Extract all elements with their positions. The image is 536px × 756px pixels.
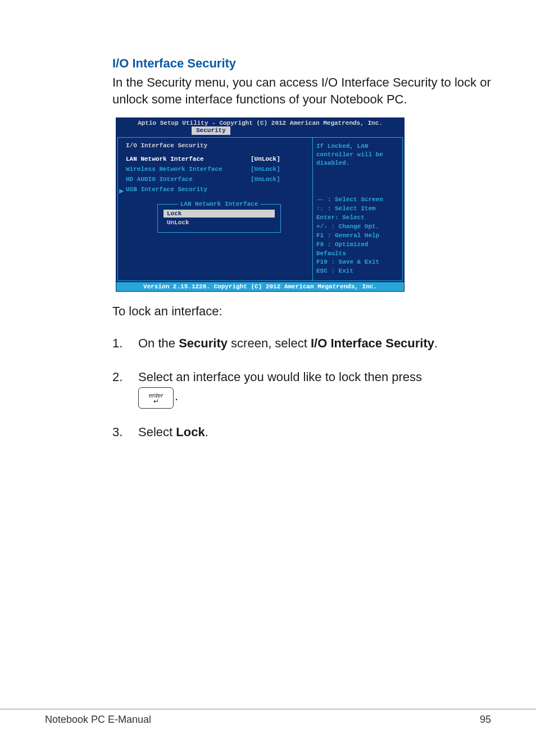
bios-help-text: If Locked, LAN controller will be disabl… [316, 142, 399, 168]
step-text: . [175, 389, 178, 403]
bios-help-keys: →← : Select Screen ↑↓ : Select Item Ente… [316, 196, 399, 276]
step-text: Select an interface you would like to lo… [138, 370, 422, 384]
enter-key-icon: enter ↵ [138, 387, 174, 409]
section-heading: I/O Interface Security [112, 56, 491, 71]
bios-tab-security: Security [192, 126, 230, 135]
step-number: 1. [112, 334, 138, 352]
section-intro: In the Security menu, you can access I/O… [112, 74, 491, 107]
step-number: 3. [112, 423, 138, 441]
footer-left: Notebook PC E-Manual [45, 714, 151, 726]
bios-tab-row: Security [116, 127, 404, 136]
bios-submenu-label: USB Interface Security [126, 186, 207, 193]
step-number: 2. [112, 368, 138, 408]
bios-row-label: Wireless Network Interface [126, 166, 251, 173]
help-key-line: F1 : General Help [316, 232, 399, 241]
step-bold: Lock [176, 425, 205, 439]
bios-submenu-usb: ▶ USB Interface Security [126, 186, 307, 193]
bios-popup: LAN Network Interface Lock UnLock [157, 204, 281, 233]
bios-left-panel: I/O Interface Security LAN Network Inter… [118, 138, 312, 280]
bios-popup-option-unlock: UnLock [163, 219, 275, 227]
bios-row-value: [UnLock] [251, 166, 307, 173]
lead-text: To lock an interface: [112, 304, 491, 319]
step-3: 3. Select Lock. [112, 423, 491, 441]
bios-popup-title: LAN Network Interface [178, 201, 261, 207]
help-key-line: +/- : Change Opt. [316, 223, 399, 232]
help-key-line: ↑↓ : Select Item [316, 205, 399, 214]
bios-row-lan: LAN Network Interface [UnLock] [126, 156, 307, 162]
return-arrow-icon: ↵ [149, 398, 163, 405]
bios-screenshot: Aptio Setup Utility - Copyright (C) 2012… [116, 117, 405, 292]
bios-row-label: LAN Network Interface [126, 156, 251, 162]
bios-row-value: [UnLock] [251, 176, 307, 183]
bios-row-wireless: Wireless Network Interface [UnLock] [126, 166, 307, 173]
step-2: 2. Select an interface you would like to… [112, 368, 491, 408]
page-footer: Notebook PC E-Manual 95 [0, 709, 536, 726]
footer-page-number: 95 [480, 714, 491, 726]
step-bold: Security [179, 336, 228, 350]
step-text: . [434, 336, 438, 350]
bios-popup-option-lock: Lock [163, 210, 275, 218]
bios-footer: Version 2.15.1226. Copyright (C) 2012 Am… [116, 282, 404, 291]
help-key-line: →← : Select Screen [316, 196, 399, 205]
step-text: On the [138, 336, 179, 350]
step-text: . [205, 425, 208, 439]
submenu-arrow-icon: ▶ [119, 186, 124, 196]
bios-row-hdaudio: HD AUDIO Interface [UnLock] [126, 176, 307, 183]
help-key-line: F10 : Save & Exit [316, 258, 399, 267]
step-text: Select [138, 425, 176, 439]
help-key-line: ESC : Exit [316, 267, 399, 276]
bios-row-label: HD AUDIO Interface [126, 176, 251, 183]
step-bold: I/O Interface Security [311, 336, 434, 350]
bios-help-panel: If Locked, LAN controller will be disabl… [312, 138, 402, 280]
bios-titlebar: Aptio Setup Utility - Copyright (C) 2012… [116, 118, 404, 127]
help-key-line: Enter: Select [316, 214, 399, 223]
help-key-line: F9 : Optimized Defaults [316, 241, 399, 259]
bios-panel-heading: I/O Interface Security [126, 142, 307, 149]
bios-row-value: [UnLock] [251, 156, 307, 162]
steps-list: 1. On the Security screen, select I/O In… [112, 334, 491, 441]
step-1: 1. On the Security screen, select I/O In… [112, 334, 491, 352]
step-text: screen, select [228, 336, 311, 350]
